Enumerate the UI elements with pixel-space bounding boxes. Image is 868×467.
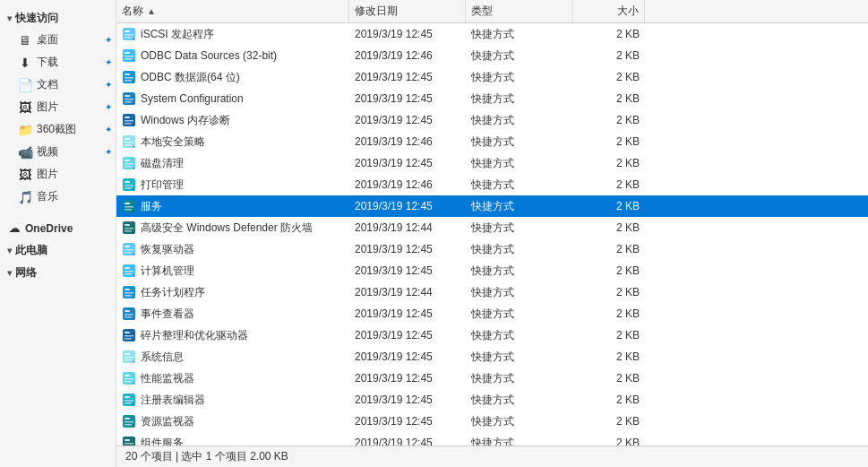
- svg-rect-42: [125, 206, 133, 208]
- col-header-date[interactable]: 修改日期: [349, 0, 466, 22]
- sidebar: ▾ 快速访问 🖥 桌面 ✦ ⬇ 下载 ✦ 📄 文档 ✦ 🖼 图片 ✦ 📁 360…: [0, 0, 116, 467]
- desktop-label: 桌面: [37, 32, 58, 48]
- file-icon: [122, 156, 136, 170]
- sort-arrow: ▲: [147, 6, 156, 16]
- table-row[interactable]: ODBC 数据源(64 位) 2019/3/19 12:45 快捷方式 2 KB: [116, 66, 868, 88]
- table-row[interactable]: 系统信息 2019/3/19 12:45 快捷方式 2 KB: [116, 346, 868, 368]
- file-icon: [122, 177, 136, 192]
- svg-rect-12: [125, 77, 133, 79]
- file-date: 2019/3/19 12:45: [349, 26, 466, 42]
- file-date: 2019/3/19 12:45: [349, 349, 466, 365]
- file-type: 快捷方式: [466, 305, 573, 324]
- svg-rect-11: [125, 74, 130, 75]
- file-type: 快捷方式: [466, 391, 573, 410]
- sidebar-item-documents[interactable]: 📄 文档 ✦: [0, 74, 116, 95]
- file-name: 任务计划程序: [141, 285, 205, 300]
- svg-rect-46: [125, 224, 130, 226]
- col-header-size[interactable]: 大小: [573, 0, 645, 22]
- col-header-type[interactable]: 类型: [466, 0, 573, 22]
- file-name: 打印管理: [141, 177, 184, 193]
- file-size: 2 KB: [573, 155, 645, 171]
- main-content: 名称 ▲ 修改日期 类型 大小: [116, 0, 868, 467]
- table-row[interactable]: 服务 2019/3/19 12:45 快捷方式 2 KB: [116, 195, 868, 217]
- sidebar-item-images2[interactable]: 🖼 图片: [0, 164, 116, 185]
- file-icon: [122, 48, 136, 63]
- table-row[interactable]: 本地安全策略 2019/3/19 12:46 快捷方式 2 KB: [116, 131, 868, 152]
- images2-label: 图片: [37, 167, 58, 182]
- table-row[interactable]: 打印管理 2019/3/19 12:46 快捷方式 2 KB: [116, 174, 868, 195]
- table-row[interactable]: 碎片整理和优化驱动器 2019/3/19 12:45 快捷方式 2 KB: [116, 324, 868, 346]
- svg-rect-17: [125, 99, 133, 100]
- svg-rect-78: [125, 359, 132, 361]
- capture-label: 360截图: [37, 122, 76, 137]
- pin-icon-doc: ✦: [105, 80, 112, 90]
- svg-rect-51: [125, 246, 130, 247]
- sidebar-item-thispc[interactable]: ▾ 此电脑: [0, 239, 116, 260]
- table-row[interactable]: 高级安全 Windows Defender 防火墙 2019/3/19 12:4…: [116, 217, 868, 238]
- quick-access-label: 快速访问: [15, 11, 58, 26]
- thispc-arrow: ▾: [7, 246, 12, 255]
- file-size: 2 KB: [573, 241, 645, 257]
- file-name: 性能监视器: [141, 371, 194, 386]
- sidebar-item-desktop[interactable]: 🖥 桌面 ✦: [0, 30, 116, 50]
- table-row[interactable]: 资源监视器 2019/3/19 12:45 快捷方式 2 KB: [116, 411, 868, 432]
- sidebar-section-quick-access[interactable]: ▾ 快速访问: [0, 7, 116, 28]
- svg-rect-41: [125, 203, 130, 204]
- sidebar-item-videos[interactable]: 📹 视频 ✦: [0, 142, 116, 162]
- file-name: System Configuration: [141, 92, 244, 105]
- table-row[interactable]: 恢复驱动器 2019/3/19 12:45 快捷方式 2 KB: [116, 238, 868, 260]
- file-type: 快捷方式: [466, 154, 573, 173]
- table-row[interactable]: 计算机管理 2019/3/19 12:45 快捷方式 2 KB: [116, 260, 868, 281]
- col-header-name[interactable]: 名称 ▲: [116, 0, 349, 22]
- file-name: ODBC 数据源(64 位): [141, 70, 240, 85]
- svg-rect-31: [125, 160, 130, 161]
- file-name: 系统信息: [141, 350, 184, 365]
- file-size: 2 KB: [573, 198, 645, 214]
- table-row[interactable]: 性能监视器 2019/3/19 12:45 快捷方式 2 KB: [116, 368, 868, 389]
- col-name-label: 名称: [122, 4, 143, 19]
- file-date: 2019/3/19 12:45: [349, 241, 466, 257]
- music-label: 音乐: [37, 189, 58, 204]
- table-row[interactable]: 注册表编辑器 2019/3/19 12:45 快捷方式 2 KB: [116, 389, 868, 411]
- file-type: 快捷方式: [466, 348, 573, 367]
- file-date: 2019/3/19 12:45: [349, 413, 466, 429]
- sidebar-item-360capture[interactable]: 📁 360截图 ✦: [0, 119, 116, 140]
- file-name: iSCSI 发起程序: [141, 27, 214, 42]
- sidebar-item-network[interactable]: ▾ 网络: [0, 262, 116, 282]
- table-row[interactable]: 事件查看器 2019/3/19 12:45 快捷方式 2 KB: [116, 303, 868, 324]
- file-date: 2019/3/19 12:45: [349, 263, 466, 279]
- svg-rect-56: [125, 267, 130, 269]
- pin-icon-cap: ✦: [105, 125, 112, 134]
- sidebar-item-downloads[interactable]: ⬇ 下载 ✦: [0, 52, 116, 73]
- table-row[interactable]: 磁盘清理 2019/3/19 12:45 快捷方式 2 KB: [116, 152, 868, 174]
- images2-icon: 🖼: [18, 168, 32, 182]
- file-name: 资源监视器: [141, 414, 194, 429]
- table-row[interactable]: 组件服务 2019/3/19 12:45 快捷方式 2 KB: [116, 432, 868, 445]
- table-row[interactable]: Windows 内存诊断 2019/3/19 12:45 快捷方式 2 KB: [116, 109, 868, 131]
- file-name: 磁盘清理: [141, 156, 184, 171]
- table-row[interactable]: iSCSI 发起程序 2019/3/19 12:45 快捷方式 2 KB: [116, 23, 868, 45]
- sidebar-item-pictures[interactable]: 🖼 图片 ✦: [0, 97, 116, 117]
- svg-rect-93: [125, 424, 132, 426]
- file-type: 快捷方式: [466, 219, 573, 238]
- sidebar-item-onedrive[interactable]: ☁ OneDrive: [0, 218, 116, 238]
- file-size: 2 KB: [573, 220, 645, 236]
- svg-rect-37: [125, 185, 133, 186]
- file-icon: [122, 221, 136, 235]
- file-icon: [122, 199, 136, 213]
- svg-rect-83: [125, 381, 132, 383]
- quick-access-arrow: ▾: [7, 13, 12, 23]
- file-type: 快捷方式: [466, 197, 573, 216]
- pictures-icon: 🖼: [18, 100, 32, 115]
- table-row[interactable]: 任务计划程序 2019/3/19 12:44 快捷方式 2 KB: [116, 281, 868, 303]
- table-row[interactable]: System Configuration 2019/3/19 12:45 快捷方…: [116, 88, 868, 109]
- svg-rect-72: [125, 335, 133, 337]
- file-date: 2019/3/19 12:45: [349, 155, 466, 171]
- svg-rect-61: [125, 289, 130, 290]
- table-row[interactable]: ODBC Data Sources (32-bit) 2019/3/19 12:…: [116, 45, 868, 66]
- svg-rect-6: [125, 52, 130, 54]
- file-size: 2 KB: [573, 69, 645, 85]
- svg-rect-62: [125, 292, 133, 294]
- sidebar-item-music[interactable]: 🎵 音乐: [0, 186, 116, 207]
- file-icon: [122, 371, 136, 385]
